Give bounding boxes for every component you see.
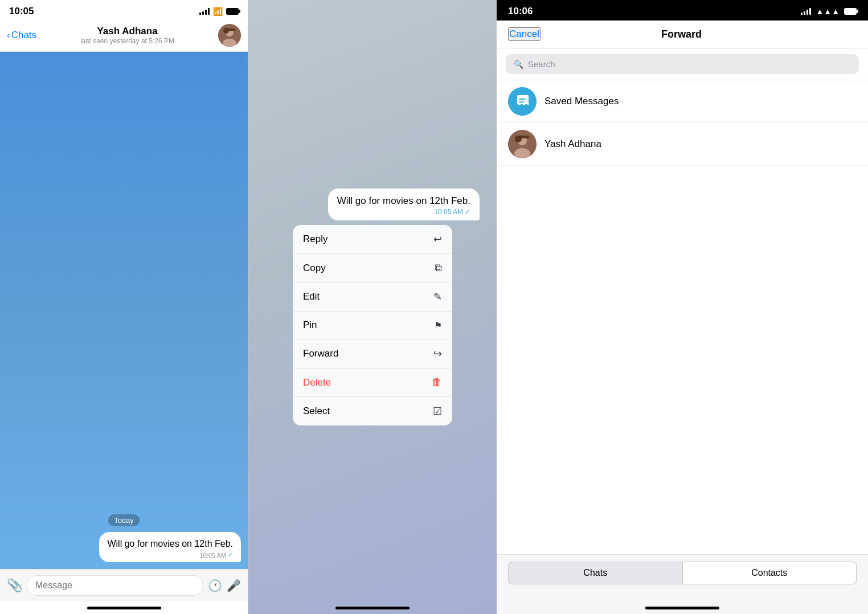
context-message-meta: 10:05 AM ✓: [337, 208, 470, 216]
context-menu-forward[interactable]: Forward ↪: [293, 339, 452, 369]
context-menu-edit[interactable]: Edit ✎: [293, 283, 452, 312]
list-item[interactable]: Saved Messages: [497, 80, 868, 123]
messages-area: Today Will go for movies on 12th Feb. 10…: [0, 52, 248, 569]
context-content: Will go for movies on 12th Feb. 10:05 AM…: [248, 0, 497, 614]
attach-button[interactable]: 📎: [7, 578, 22, 593]
forward-label: Forward: [303, 348, 338, 359]
message-text: Will go for movies on 12th Feb.: [107, 538, 233, 550]
context-menu-reply[interactable]: Reply ↩: [293, 225, 452, 254]
context-message-bubble: Will go for movies on 12th Feb. 10:05 AM…: [328, 189, 480, 220]
context-menu: Reply ↩ Copy ⧉ Edit ✎ Pin ⚑ Forward ↪ De…: [293, 225, 452, 425]
chats-tab[interactable]: Chats: [508, 562, 682, 584]
chat-panel: 10:05 📶 ‹ Chats Yash Adhana last seen ye…: [0, 0, 248, 614]
date-badge: Today: [7, 514, 241, 526]
forward-wifi-icon: ▲▲▲: [816, 7, 840, 16]
forward-search-inner[interactable]: 🔍 Search: [506, 54, 859, 74]
forward-search-bar: 🔍 Search: [497, 48, 868, 80]
context-message-time: 10:05 AM: [434, 208, 463, 216]
context-message-text: Will go for movies on 12th Feb.: [337, 195, 470, 207]
forward-status-time: 10:06: [508, 6, 533, 17]
forward-signal-icon: [801, 8, 811, 15]
context-menu-select[interactable]: Select ☑: [293, 397, 452, 425]
forward-status-icons: ▲▲▲: [801, 7, 857, 16]
copy-label: Copy: [303, 263, 326, 274]
context-message-check: ✓: [465, 208, 470, 216]
status-time: 10:05: [9, 6, 34, 17]
context-panel: Will go for movies on 12th Feb. 10:05 AM…: [248, 0, 497, 614]
forward-home-bar: [645, 607, 719, 609]
chat-nav-bar: ‹ Chats Yash Adhana last seen yesterday …: [0, 19, 248, 52]
emoji-button[interactable]: 🕐: [208, 579, 222, 592]
search-icon: 🔍: [514, 60, 523, 69]
message-time: 10:05 AM: [200, 552, 226, 559]
forward-panel: 10:06 ▲▲▲ Cancel Forward 🔍 Search: [497, 0, 868, 614]
forward-home-indicator: [497, 601, 868, 614]
chevron-left-icon: ‹: [7, 30, 10, 41]
delete-label: Delete: [303, 377, 331, 388]
delete-icon: 🗑: [432, 376, 442, 388]
forward-title: Forward: [661, 28, 702, 40]
context-home-indicator: [248, 607, 497, 609]
reply-icon: ↩: [433, 233, 442, 245]
select-label: Select: [303, 406, 330, 417]
message-meta: 10:05 AM ✓: [107, 551, 233, 559]
search-placeholder: Search: [528, 59, 555, 69]
svg-rect-10: [515, 136, 529, 138]
pin-label: Pin: [303, 320, 317, 331]
message-check: ✓: [228, 551, 233, 559]
wifi-icon: 📶: [213, 7, 223, 16]
message-bubble[interactable]: Will go for movies on 12th Feb. 10:05 AM…: [99, 532, 241, 562]
list-item[interactable]: Yash Adhana: [497, 123, 868, 166]
yash-avatar: [508, 130, 537, 158]
contacts-tab[interactable]: Contacts: [682, 562, 857, 584]
reply-label: Reply: [303, 234, 327, 245]
contact-name: Yash Adhana: [97, 26, 157, 37]
home-bar: [87, 607, 161, 609]
avatar[interactable]: [218, 24, 241, 47]
forward-bottom-tabs: Chats Contacts: [497, 554, 868, 601]
forward-status-bar: 10:06 ▲▲▲: [497, 0, 868, 21]
chat-nav-center: Yash Adhana last seen yesterday at 5:26 …: [80, 26, 174, 45]
saved-messages-name: Saved Messages: [544, 96, 619, 107]
forward-contacts-list: Saved Messages Yash Adhana: [497, 80, 868, 554]
context-menu-copy[interactable]: Copy ⧉: [293, 254, 452, 283]
signal-icon: [199, 8, 210, 15]
contact-status: last seen yesterday at 5:26 PM: [80, 37, 174, 45]
battery-icon: [226, 8, 239, 15]
cancel-button[interactable]: Cancel: [508, 27, 541, 41]
saved-messages-avatar: [508, 87, 537, 116]
home-indicator: [0, 601, 248, 614]
forward-battery-icon: [844, 8, 857, 15]
pin-icon: ⚑: [434, 320, 442, 331]
context-menu-pin[interactable]: Pin ⚑: [293, 312, 452, 339]
svg-rect-4: [224, 28, 235, 31]
mic-button[interactable]: 🎤: [227, 579, 241, 592]
forward-nav-bar: Cancel Forward: [497, 21, 868, 48]
date-badge-text: Today: [108, 514, 140, 526]
chat-input-bar: 📎 🕐 🎤: [0, 569, 248, 601]
status-icons: 📶: [199, 7, 239, 16]
yash-adhana-name: Yash Adhana: [544, 138, 601, 150]
message-input[interactable]: [27, 575, 203, 596]
context-menu-delete[interactable]: Delete 🗑: [293, 369, 452, 397]
forward-icon: ↪: [433, 347, 442, 360]
context-home-bar: [335, 607, 410, 609]
edit-icon: ✎: [433, 290, 442, 303]
copy-icon: ⧉: [435, 262, 442, 274]
status-bar: 10:05 📶: [0, 0, 248, 19]
select-icon: ☑: [433, 405, 442, 417]
back-button[interactable]: ‹ Chats: [7, 30, 36, 41]
back-label: Chats: [11, 30, 36, 41]
edit-label: Edit: [303, 291, 320, 302]
